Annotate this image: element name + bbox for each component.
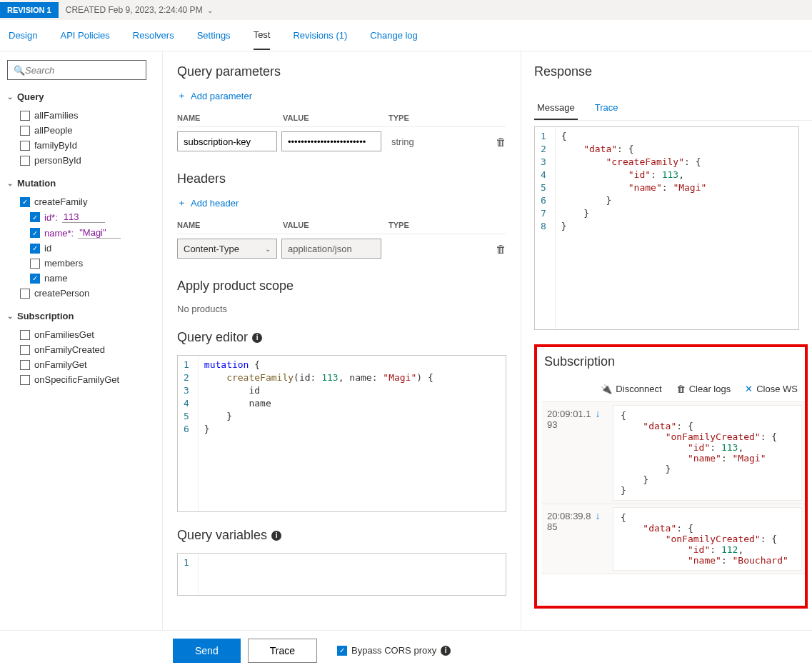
field-members[interactable]: members — [7, 256, 155, 271]
checkbox[interactable] — [30, 274, 40, 284]
param-value-input[interactable] — [281, 131, 381, 151]
no-products: No products — [177, 304, 506, 314]
checkbox[interactable] — [20, 156, 30, 166]
plus-icon: ＋ — [177, 196, 186, 209]
info-icon[interactable]: i — [271, 531, 281, 541]
item-onspecificfamilyget[interactable]: onSpecificFamilyGet — [7, 372, 155, 387]
close-icon: ✕ — [745, 384, 753, 394]
item-onfamiliesget[interactable]: onFamiliesGet — [7, 327, 155, 342]
item-onfamilycreated[interactable]: onFamilyCreated — [7, 342, 155, 357]
delete-icon[interactable]: 🗑 — [496, 243, 506, 255]
add-header-button[interactable]: ＋Add header — [177, 196, 506, 209]
item-personbyid[interactable]: personById — [7, 153, 155, 168]
event-body[interactable]: { "data": { "onFamilyCreated": { "id": 1… — [613, 405, 802, 501]
checkbox[interactable] — [20, 141, 30, 151]
subscription-event: 20:08:39.8↓85 { "data": { "onFamilyCreat… — [541, 504, 805, 574]
response-tabs: Message Trace — [534, 96, 812, 121]
subscription-title: Subscription — [541, 354, 805, 369]
checkbox[interactable] — [20, 197, 30, 207]
checkbox[interactable] — [20, 111, 30, 121]
item-onfamilyget[interactable]: onFamilyGet — [7, 357, 155, 372]
tab-trace[interactable]: Trace — [592, 96, 621, 120]
group-query[interactable]: ⌄Query — [7, 91, 155, 102]
query-editor-title: Query editor i — [177, 330, 506, 345]
item-allpeople[interactable]: allPeople — [7, 123, 155, 138]
field-id[interactable]: id — [7, 241, 155, 256]
arg-name-input[interactable] — [78, 227, 121, 239]
item-familybyid[interactable]: familyById — [7, 138, 155, 153]
field-name[interactable]: name — [7, 271, 155, 286]
checkbox[interactable] — [30, 228, 40, 238]
chevron-down-icon: ⌄ — [207, 6, 213, 14]
tab-resolvers[interactable]: Resolvers — [133, 21, 174, 49]
chevron-down-icon: ⌄ — [7, 93, 13, 101]
info-icon[interactable]: i — [441, 646, 451, 656]
main-tabs: Design API Policies Resolvers Settings T… — [0, 20, 812, 51]
checkbox[interactable] — [30, 259, 40, 269]
header-row: Content-Type⌄ 🗑 — [177, 234, 506, 263]
query-params-title: Query parameters — [177, 64, 506, 79]
headers-title: Headers — [177, 171, 506, 186]
tab-test[interactable]: Test — [254, 21, 271, 50]
headers-header: NAMEVALUETYPE — [177, 216, 506, 234]
arrow-down-icon: ↓ — [595, 510, 600, 521]
response-title: Response — [534, 64, 812, 79]
checkbox[interactable] — [20, 289, 30, 299]
sidebar: 🔍 ⌄Query allFamilies allPeople familyByI… — [0, 51, 163, 630]
chevron-down-icon: ⌄ — [7, 179, 13, 187]
close-ws-button[interactable]: ✕Close WS — [745, 384, 798, 394]
arg-id-input[interactable] — [62, 211, 105, 223]
arg-name[interactable]: name*: — [7, 225, 155, 241]
delete-icon[interactable]: 🗑 — [496, 136, 506, 148]
header-name-select[interactable]: Content-Type⌄ — [177, 239, 277, 259]
checkbox[interactable] — [30, 244, 40, 254]
param-name-input[interactable] — [177, 131, 277, 151]
params-header: NAMEVALUETYPE — [177, 109, 506, 127]
param-type: string — [386, 136, 414, 147]
add-parameter-button[interactable]: ＋Add parameter — [177, 89, 506, 102]
tab-changelog[interactable]: Change log — [370, 21, 418, 49]
search-input[interactable] — [25, 65, 140, 76]
trace-button[interactable]: Trace — [248, 639, 317, 663]
disconnect-button[interactable]: 🔌Disconnect — [601, 384, 661, 394]
checkbox[interactable] — [20, 330, 30, 340]
subscription-event: 20:09:01.1↓93 { "data": { "onFamilyCreat… — [541, 402, 805, 504]
tab-settings[interactable]: Settings — [197, 21, 231, 49]
chevron-down-icon: ⌄ — [265, 245, 271, 253]
item-createfamily[interactable]: createFamily — [7, 194, 155, 209]
checkbox[interactable] — [20, 360, 30, 370]
scope-title: Apply product scope — [177, 279, 506, 294]
header-value-input[interactable] — [281, 239, 381, 259]
clear-logs-button[interactable]: 🗑Clear logs — [676, 384, 731, 394]
revision-badge: REVISION 1 — [0, 2, 59, 18]
search-box[interactable]: 🔍 — [7, 60, 146, 80]
tab-design[interactable]: Design — [9, 21, 37, 49]
tab-revisions[interactable]: Revisions (1) — [293, 21, 347, 49]
param-row: string 🗑 — [177, 127, 506, 156]
revision-created[interactable]: CREATED Feb 9, 2023, 2:24:40 PM ⌄ — [59, 5, 220, 15]
chevron-down-icon: ⌄ — [7, 312, 13, 320]
tab-message[interactable]: Message — [534, 96, 578, 120]
info-icon[interactable]: i — [252, 333, 262, 343]
item-createperson[interactable]: createPerson — [7, 286, 155, 301]
checkbox[interactable] — [30, 212, 40, 222]
item-allfamilies[interactable]: allFamilies — [7, 108, 155, 123]
tab-api-policies[interactable]: API Policies — [60, 21, 109, 49]
checkbox[interactable] — [20, 345, 30, 355]
checkbox[interactable] — [20, 126, 30, 136]
arg-id[interactable]: id*: — [7, 209, 155, 225]
subscription-panel: Subscription 🔌Disconnect 🗑Clear logs ✕Cl… — [534, 344, 808, 609]
revision-bar: REVISION 1 CREATED Feb 9, 2023, 2:24:40 … — [0, 0, 812, 20]
send-button[interactable]: Send — [173, 639, 241, 663]
group-mutation[interactable]: ⌄Mutation — [7, 178, 155, 189]
event-body[interactable]: { "data": { "onFamilyCreated": { "id": 1… — [613, 507, 802, 571]
response-body[interactable]: 12345678 { "data": { "createFamily": { "… — [534, 126, 799, 330]
checkbox[interactable] — [20, 375, 30, 385]
group-subscription[interactable]: ⌄Subscription — [7, 311, 155, 321]
checkbox[interactable] — [337, 646, 347, 656]
query-editor[interactable]: 123456 mutation { createFamily(id: 113, … — [177, 355, 506, 512]
footer: Send Trace Bypass CORS proxy i — [0, 630, 812, 670]
plug-icon: 🔌 — [601, 384, 612, 394]
query-variables-editor[interactable]: 1 — [177, 553, 506, 596]
bypass-cors[interactable]: Bypass CORS proxy i — [337, 645, 451, 656]
